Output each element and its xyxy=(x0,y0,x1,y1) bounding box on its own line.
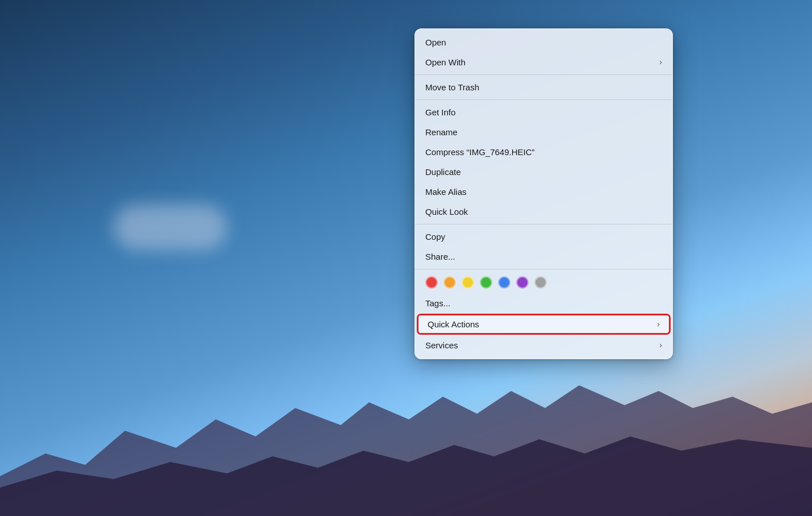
mountain-silhouette xyxy=(0,374,812,516)
menu-item-rename[interactable]: Rename xyxy=(415,122,672,142)
chevron-right-icon-quick-actions: › xyxy=(657,319,660,330)
menu-item-copy[interactable]: Copy xyxy=(415,227,672,247)
menu-item-duplicate[interactable]: Duplicate xyxy=(415,162,672,182)
tag-green[interactable] xyxy=(480,276,492,289)
tag-blue[interactable] xyxy=(498,276,510,289)
separator-1 xyxy=(415,74,672,75)
menu-item-move-to-trash[interactable]: Move to Trash xyxy=(415,77,672,97)
menu-item-share[interactable]: Share... xyxy=(415,247,672,267)
separator-3 xyxy=(415,224,672,224)
chevron-right-icon: › xyxy=(659,57,662,68)
tags-colors-row xyxy=(415,272,672,293)
context-menu: Open Open With › Move to Trash Get Info … xyxy=(415,28,673,359)
menu-item-tags[interactable]: Tags... xyxy=(415,293,672,313)
menu-item-open[interactable]: Open xyxy=(415,32,672,52)
menu-item-services[interactable]: Services › xyxy=(415,335,672,355)
tag-yellow[interactable] xyxy=(462,276,474,289)
separator-2 xyxy=(415,99,672,100)
menu-item-quick-actions[interactable]: Quick Actions › xyxy=(417,314,670,334)
separator-4 xyxy=(415,269,672,269)
tag-orange[interactable] xyxy=(443,276,456,289)
menu-item-make-alias[interactable]: Make Alias xyxy=(415,182,672,202)
tag-gray[interactable] xyxy=(534,276,547,289)
chevron-right-icon-services: › xyxy=(659,340,662,351)
cloud-decoration xyxy=(114,205,227,250)
menu-item-get-info[interactable]: Get Info xyxy=(415,102,672,122)
menu-item-compress[interactable]: Compress “IMG_7649.HEIC” xyxy=(415,142,672,162)
menu-item-open-with[interactable]: Open With › xyxy=(415,52,672,72)
menu-item-quick-look[interactable]: Quick Look xyxy=(415,202,672,222)
tag-red[interactable] xyxy=(425,276,438,289)
tag-purple[interactable] xyxy=(516,276,529,289)
